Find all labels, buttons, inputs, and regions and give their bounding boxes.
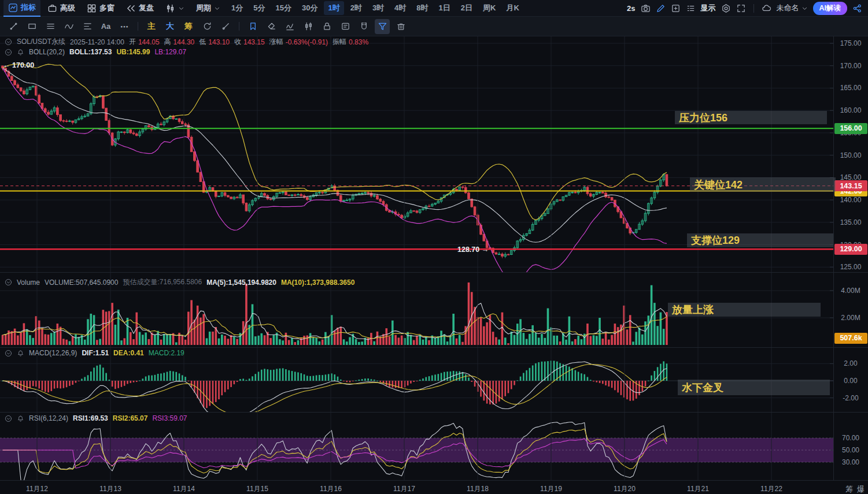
main-chart-toggle[interactable]: 主 bbox=[144, 19, 159, 34]
candle-datetime: 2025-11-20 14:00 bbox=[70, 38, 124, 46]
camera-icon bbox=[641, 3, 651, 13]
lock-tool[interactable] bbox=[319, 19, 334, 34]
high-value: 144.30 bbox=[173, 38, 195, 46]
collapse-chevron-icon[interactable] bbox=[5, 38, 12, 46]
legend-list-button[interactable] bbox=[686, 3, 696, 13]
fib-tool[interactable] bbox=[80, 19, 95, 34]
advanced-button[interactable]: 高级 bbox=[43, 0, 80, 16]
axis-tick: 160.00 bbox=[836, 106, 866, 114]
tf-2d[interactable]: 2日 bbox=[457, 1, 477, 15]
tf-1m[interactable]: 1分 bbox=[227, 1, 247, 15]
period-dropdown[interactable]: 周期 bbox=[191, 0, 225, 16]
tf-1w[interactable]: 周K bbox=[479, 1, 500, 15]
date-label: 11月15 bbox=[237, 484, 278, 494]
ai-analysis-button[interactable]: AI解读 bbox=[813, 2, 848, 15]
axis-tick: 170.00 bbox=[836, 62, 866, 70]
filter-tool[interactable] bbox=[375, 19, 390, 34]
date-label: 11月22 bbox=[751, 484, 792, 494]
annotation-golden-cross[interactable]: 水下金叉 bbox=[678, 380, 830, 395]
annotation-key-level[interactable]: 关键位142 bbox=[690, 177, 836, 192]
lock-icon bbox=[322, 21, 332, 31]
draw-mode-button[interactable] bbox=[656, 3, 666, 13]
candle-compare-icon bbox=[304, 21, 313, 31]
bookmark-tool[interactable] bbox=[245, 19, 260, 34]
cloud-icon bbox=[762, 3, 771, 13]
signature-tool[interactable] bbox=[282, 19, 297, 34]
macd-value: MACD:2.19 bbox=[149, 349, 184, 357]
alert-bell-icon[interactable] bbox=[17, 49, 24, 56]
chip-corner-button[interactable]: 筹 bbox=[845, 484, 853, 494]
collapse-chevron-icon[interactable] bbox=[5, 49, 12, 56]
tf-8h[interactable]: 8时 bbox=[412, 1, 432, 15]
wave-tool[interactable] bbox=[61, 19, 76, 34]
high-price-marker[interactable]: ← 170.00 bbox=[3, 61, 34, 69]
tf-1mo[interactable]: 月K bbox=[502, 1, 523, 15]
delete-drawings-tool[interactable] bbox=[393, 19, 408, 34]
axis-tick: 2.00M bbox=[836, 314, 866, 322]
eraser-tool[interactable] bbox=[264, 19, 279, 34]
tf-1d[interactable]: 1日 bbox=[435, 1, 455, 15]
alert-bell-icon[interactable] bbox=[17, 415, 24, 422]
order-note-tool[interactable] bbox=[338, 19, 353, 34]
auto-refresh-tool[interactable] bbox=[200, 19, 215, 34]
date-label: 11月19 bbox=[531, 484, 571, 494]
layout-name-dropdown[interactable]: 未命名 bbox=[777, 2, 808, 14]
boll-ub: UB:145.99 bbox=[116, 48, 150, 56]
tf-1h[interactable]: 1时 bbox=[324, 1, 343, 15]
share-button[interactable] bbox=[852, 3, 862, 13]
add-window-button[interactable] bbox=[671, 3, 681, 13]
support-price-badge: 129.00 bbox=[834, 244, 867, 255]
cloud-save-icon[interactable] bbox=[762, 3, 771, 13]
compare-candles-tool[interactable] bbox=[301, 19, 316, 34]
collapse-chevron-icon[interactable] bbox=[5, 350, 12, 357]
tf-30m[interactable]: 30分 bbox=[298, 1, 322, 15]
settings-button[interactable] bbox=[721, 3, 731, 13]
list-icon bbox=[686, 3, 696, 13]
burst-corner-button[interactable]: 爆 bbox=[857, 484, 865, 494]
annotation-resistance[interactable]: 压力位156 bbox=[675, 111, 827, 124]
resistance-price-badge: 156.00 bbox=[834, 123, 867, 134]
volume-ma5: MA(5):1,545,194.9820 bbox=[206, 278, 276, 287]
annotation-volume-up[interactable]: 放量上涨 bbox=[668, 303, 821, 317]
indicator-button[interactable]: 指标 bbox=[3, 0, 40, 17]
top-toolbar: 指标 高级 多窗 复盘 周期 1分 5分 15分 30分 1时 2时 3时 4时… bbox=[0, 0, 868, 17]
rectangle-tool[interactable] bbox=[24, 19, 39, 34]
boll-header: BOLL(20,2) BOLL:137.53 UB:145.99 LB:129.… bbox=[5, 48, 186, 56]
chart-type-dropdown[interactable] bbox=[161, 0, 189, 16]
rsi-header: RSI(6,12,24) RSI1:69.53 RSI2:65.07 RSI3:… bbox=[5, 414, 187, 422]
axis-tick: 135.00 bbox=[836, 218, 866, 226]
refresh-interval[interactable]: 2s bbox=[627, 4, 635, 13]
date-label: 11月18 bbox=[457, 484, 498, 494]
annotation-support[interactable]: 支撑位129 bbox=[687, 233, 833, 247]
fullscreen-button[interactable] bbox=[736, 3, 746, 13]
display-menu[interactable]: 显示 bbox=[701, 3, 716, 13]
boll-lb: LB:129.07 bbox=[154, 48, 186, 56]
trend-line-tool[interactable] bbox=[6, 19, 21, 34]
last-price-badge: 143.15 bbox=[834, 180, 867, 191]
chip-toggle[interactable]: 筹 bbox=[181, 19, 196, 34]
tf-4h[interactable]: 4时 bbox=[390, 1, 410, 15]
rsi-name: RSI(6,12,24) bbox=[29, 414, 68, 422]
tf-15m[interactable]: 15分 bbox=[271, 1, 295, 15]
gear-icon bbox=[721, 3, 731, 13]
replay-button[interactable]: 复盘 bbox=[121, 0, 158, 16]
more-tools[interactable]: ⋯ bbox=[117, 19, 132, 34]
alert-bell-icon[interactable] bbox=[17, 350, 24, 357]
low-price-marker[interactable]: 128.70 → bbox=[457, 246, 489, 254]
current-volume-badge: 507.6k bbox=[834, 333, 867, 344]
tf-2h[interactable]: 2时 bbox=[346, 1, 366, 15]
text-tool[interactable]: Aa bbox=[98, 19, 113, 34]
magnet-tool[interactable] bbox=[356, 19, 371, 34]
parallel-lines-tool[interactable] bbox=[43, 19, 58, 34]
tf-3h[interactable]: 3时 bbox=[368, 1, 388, 15]
chevron-down-icon bbox=[178, 5, 184, 12]
collapse-chevron-icon[interactable] bbox=[5, 278, 12, 286]
screenshot-button[interactable] bbox=[641, 3, 651, 13]
amplitude-label: 振幅 bbox=[333, 37, 346, 47]
tf-5m[interactable]: 5分 bbox=[249, 1, 269, 15]
big-trade-toggle[interactable]: 大 bbox=[162, 19, 178, 34]
note-icon bbox=[341, 21, 350, 31]
multi-window-button[interactable]: 多窗 bbox=[82, 0, 119, 16]
collapse-chevron-icon[interactable] bbox=[5, 415, 12, 422]
ray-tool[interactable] bbox=[218, 19, 233, 34]
